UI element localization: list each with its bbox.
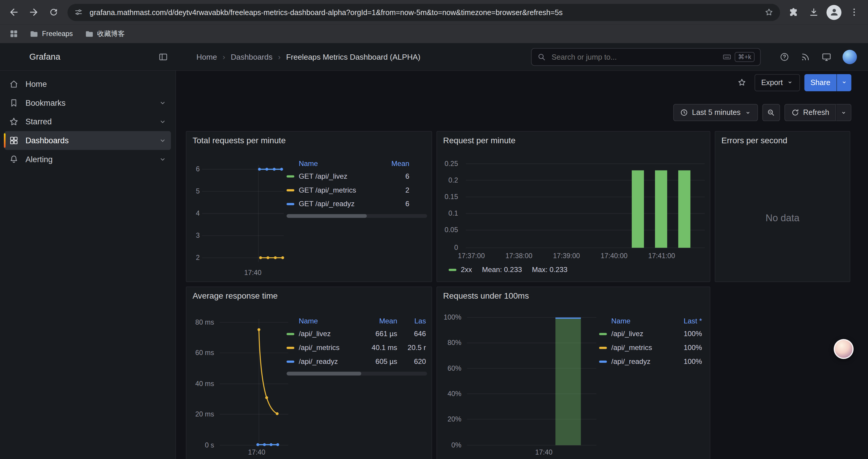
legend-header-name[interactable]: Name	[299, 159, 382, 167]
grafana-logo-icon[interactable]	[9, 50, 23, 64]
series-last: 20.5 r	[397, 343, 426, 352]
x-axis-tick: 17:39:00	[547, 251, 586, 261]
legend-header-last[interactable]: Las	[397, 317, 426, 325]
legend-scrollbar[interactable]	[286, 214, 427, 218]
y-axis-tick: 0.15	[437, 192, 458, 202]
legend-row[interactable]: /api/_livez 661 µs 646	[286, 327, 427, 341]
forward-button[interactable]	[24, 3, 43, 22]
legend-header-mean[interactable]: Mean	[365, 317, 397, 325]
downloads-button[interactable]	[804, 3, 824, 22]
apps-grid-icon[interactable]	[6, 25, 22, 42]
breadcrumb-dashboards[interactable]: Dashboards	[231, 52, 272, 61]
extensions-button[interactable]	[784, 3, 803, 22]
kebab-menu-icon	[849, 7, 859, 17]
chevron-down-icon[interactable]	[159, 118, 166, 126]
site-info-icon[interactable]	[74, 8, 83, 17]
legend-header-last[interactable]: Last *	[672, 317, 702, 325]
header-icons	[779, 43, 857, 70]
legend-row[interactable]: GET /api/_livez 6	[286, 169, 427, 183]
browser-profile-avatar[interactable]	[827, 5, 842, 20]
series-color-dash	[286, 203, 294, 205]
legend-header-mean[interactable]: Mean	[382, 159, 409, 167]
legend-row[interactable]: /api/_readyz 605 µs 620	[286, 355, 427, 368]
zoom-out-button[interactable]	[762, 104, 780, 121]
bookmark-star-icon[interactable]	[765, 8, 773, 17]
legend-header-name[interactable]: Name	[299, 317, 365, 325]
legend-row[interactable]: /api/_readyz 100%	[599, 355, 704, 368]
chevron-down-icon[interactable]	[159, 155, 166, 163]
share-caret-button[interactable]	[836, 74, 851, 91]
panel-title[interactable]: Total requests per minute	[193, 136, 286, 145]
panel-title[interactable]: Average response time	[193, 291, 278, 300]
rss-icon[interactable]	[801, 52, 811, 62]
sidebar-item-starred[interactable]: Starred	[4, 112, 171, 131]
y-axis-tick: 60%	[437, 363, 461, 373]
legend-header-name[interactable]: Name	[611, 317, 672, 325]
series-last: 620	[397, 357, 426, 366]
sidebar-item-alerting[interactable]: Alerting	[4, 150, 171, 169]
panel-errors-per-second: Errors per second No data	[715, 131, 850, 282]
x-axis-tick: 17:41:00	[642, 251, 681, 261]
breadcrumb-home[interactable]: Home	[196, 52, 217, 61]
chevron-down-icon[interactable]	[159, 137, 166, 144]
user-avatar[interactable]	[843, 50, 857, 64]
y-axis-tick: 0.25	[437, 159, 458, 169]
line-chart	[219, 317, 289, 453]
panel-title[interactable]: Errors per second	[721, 136, 787, 145]
x-axis-tick: 17:40:00	[595, 251, 633, 261]
series-name: /api/_metrics	[611, 343, 672, 352]
series-mean: 605 µs	[365, 357, 397, 366]
search-input[interactable]	[550, 52, 718, 62]
back-button[interactable]	[4, 3, 23, 22]
refresh-button[interactable]: Refresh	[784, 104, 836, 121]
dashboards-grid-icon	[9, 136, 19, 145]
panel-title[interactable]: Requests under 100ms	[443, 291, 529, 300]
sidebar-toggle-icon[interactable]	[158, 52, 168, 62]
legend-row[interactable]: /api/_metrics 100%	[599, 340, 704, 355]
url-bar[interactable]	[67, 4, 780, 21]
scrollbar-thumb[interactable]	[286, 371, 361, 375]
time-range-picker[interactable]: Last 5 minutes	[673, 104, 758, 121]
url-input[interactable]	[89, 7, 759, 17]
help-icon[interactable]	[779, 52, 789, 62]
export-button[interactable]: Export	[754, 74, 800, 91]
sidebar-item-dashboards[interactable]: Dashboards	[4, 131, 171, 150]
no-data-message: No data	[715, 212, 850, 224]
sidebar-item-home[interactable]: Home	[4, 75, 171, 94]
floating-assistant-avatar[interactable]	[834, 339, 854, 359]
legend: Name Mean GET /api/_livez 6 GET /api/_me…	[286, 157, 427, 218]
legend: Name Mean Las /api/_livez 661 µs 646 /ap…	[286, 315, 427, 375]
browser-menu-button[interactable]	[845, 3, 864, 22]
legend-scrollbar[interactable]	[286, 371, 427, 375]
share-button[interactable]: Share	[804, 74, 837, 91]
favorite-star-icon[interactable]	[734, 74, 750, 91]
bookmark-folder-blogs[interactable]: 收藏博客	[81, 28, 129, 40]
bookmark-folder-freeleaps[interactable]: Freeleaps	[25, 28, 77, 40]
monitor-icon[interactable]	[822, 52, 832, 62]
panel-requests-under-100ms: Requests under 100ms 100% 80% 60% 40% 20…	[436, 287, 710, 459]
export-label: Export	[761, 78, 783, 87]
search-box[interactable]: ⌘+k	[531, 48, 761, 66]
panel-title[interactable]: Request per minute	[443, 136, 516, 145]
reload-button[interactable]	[44, 3, 63, 22]
share-label: Share	[810, 78, 830, 87]
search-icon	[537, 53, 546, 61]
legend-row[interactable]: /api/_livez 100%	[599, 327, 704, 341]
sidebar-item-bookmarks[interactable]: Bookmarks	[4, 93, 171, 112]
sidebar-item-label: Alerting	[25, 155, 53, 164]
scrollbar-thumb[interactable]	[286, 214, 367, 218]
breadcrumb: Home › Dashboards › Freeleaps Metrics Da…	[196, 43, 421, 70]
x-axis-tick: 17:40	[527, 448, 560, 458]
grafana-header: Grafana Home › Dashboards › Freeleaps Me…	[0, 43, 868, 71]
sidebar-item-label: Starred	[25, 117, 52, 126]
series-mean: 6	[382, 172, 409, 180]
legend-row[interactable]: GET /api/_readyz 6	[286, 197, 427, 211]
legend-header: Name Last *	[599, 315, 704, 327]
home-icon	[9, 79, 19, 89]
legend-row[interactable]: GET /api/_metrics 2	[286, 183, 427, 197]
series-name[interactable]: 2xx	[461, 266, 472, 274]
y-axis-tick: 20%	[437, 415, 461, 424]
legend-row[interactable]: /api/_metrics 40.1 ms 20.5 r	[286, 340, 427, 355]
chevron-down-icon[interactable]	[159, 99, 166, 107]
refresh-interval-caret[interactable]	[836, 104, 851, 121]
